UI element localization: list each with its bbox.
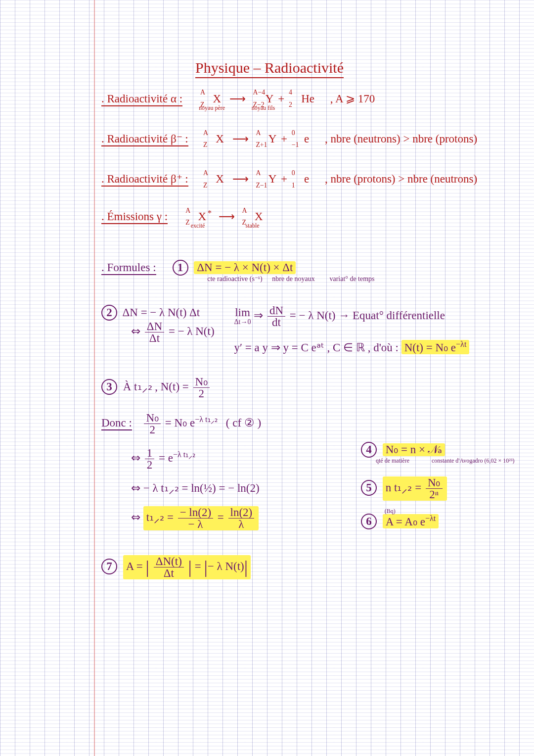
arrow-icon: ⟶ <box>232 133 248 145</box>
section-beta-plus: . Radioactivité β⁺ : AZX ⟶ AZ−1Y + 01e ,… <box>101 173 524 187</box>
bullet-1: 1 <box>173 260 188 276</box>
formula-7: 7 A = | ΔN(t)Δt | = |− λ N(t)| <box>101 555 524 579</box>
section-alpha: . Radioactivité α : AZX noyau père ⟶ A−4… <box>101 93 524 106</box>
section-formules: . Formules : 1 ΔN = − λ × N(t) × Δt cte … <box>101 260 524 283</box>
beta-plus-condition: , nbre (protons) > nbre (neutrons) <box>325 173 477 185</box>
bullet-6: 6 <box>361 514 377 529</box>
beta-plus-label: . Radioactivité β⁺ : <box>101 173 188 187</box>
half-life-result: t₁⸝₂ = − ln(2)− λ = ln(2)λ <box>143 506 259 530</box>
section-beta-minus: . Radioactivité β⁻ : AZX ⟶ AZ+1Y + 0−1e … <box>101 133 524 146</box>
formula-2-block: 2 ΔN = − λ N(t) Δt ⇔ ΔNΔt = − λ N(t) lim… <box>101 305 524 354</box>
alpha-condition: , A ⩾ 170 <box>330 93 375 105</box>
formula-2-result: N(t) = N₀ e−λt <box>401 340 470 354</box>
section-gamma: . Émissions γ : AZX* excité ⟶ AZX stable <box>101 209 524 224</box>
donc-block: Donc : N₀2 = N₀ e−λ t₁⸝₂ ( cf ② ) ⇔ 12 =… <box>101 412 524 543</box>
beta-minus-condition: , nbre (neutrons) > nbre (protons) <box>325 133 477 145</box>
margin-line <box>94 0 95 756</box>
alpha-label: . Radioactivité α : <box>101 93 182 106</box>
formula-4: N₀ = n × 𝒩ₐ <box>383 443 445 456</box>
bullet-3: 3 <box>101 379 117 395</box>
formula-1: ΔN = − λ × N(t) × Δt <box>194 261 296 274</box>
bullet-2: 2 <box>101 305 117 321</box>
arrow-icon: ⟶ <box>229 93 245 105</box>
formula-5: n t₁⸝₂ = N₀2ⁿ <box>383 476 447 501</box>
handwritten-notes: Physique – Radioactivité . Radioactivité… <box>101 59 524 592</box>
arrow-icon: ⟶ <box>219 211 234 223</box>
arrow-icon: ⟶ <box>232 173 248 185</box>
formula-3: 3 À t₁⸝₂ , N(t) = N₀2 <box>101 376 524 399</box>
bullet-7: 7 <box>101 559 117 574</box>
formules-label: . Formules : <box>101 262 156 275</box>
formula-6: A = A₀ e−λt <box>383 514 439 528</box>
bullet-5: 5 <box>361 480 377 496</box>
bullet-4: 4 <box>361 442 377 458</box>
beta-minus-label: . Radioactivité β⁻ : <box>101 133 188 146</box>
page-title: Physique – Radioactivité <box>195 59 344 78</box>
gamma-label: . Émissions γ : <box>101 211 168 224</box>
